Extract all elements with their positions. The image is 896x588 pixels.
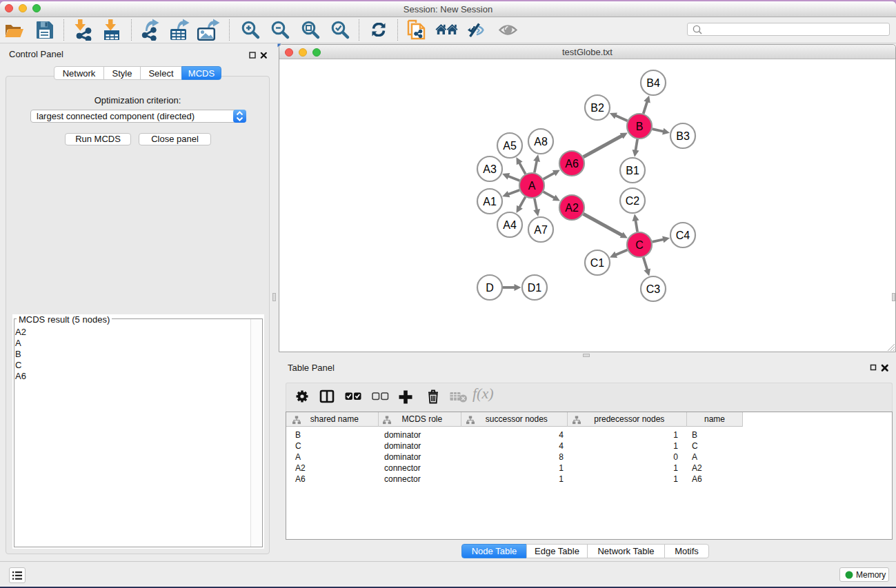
svg-text:A6: A6 <box>565 158 579 170</box>
svg-text:B1: B1 <box>626 165 639 176</box>
svg-text:B2: B2 <box>590 102 604 114</box>
svg-text:D1: D1 <box>528 282 542 294</box>
svg-text:B3: B3 <box>676 130 690 142</box>
svg-text:B: B <box>636 121 644 132</box>
svg-text:C4: C4 <box>676 230 690 241</box>
svg-text:C3: C3 <box>646 283 661 295</box>
svg-text:D: D <box>486 282 494 294</box>
svg-text:A8: A8 <box>534 136 548 148</box>
svg-text:A1: A1 <box>483 196 497 207</box>
svg-text:A5: A5 <box>503 140 517 152</box>
svg-text:A7: A7 <box>534 224 548 236</box>
svg-text:C2: C2 <box>626 195 640 207</box>
svg-text:A4: A4 <box>503 219 517 231</box>
svg-text:C1: C1 <box>590 257 605 269</box>
svg-text:B4: B4 <box>646 77 660 89</box>
svg-text:A3: A3 <box>483 163 497 175</box>
svg-text:A: A <box>528 180 536 192</box>
svg-text:A2: A2 <box>565 202 579 214</box>
svg-text:C: C <box>635 239 644 251</box>
